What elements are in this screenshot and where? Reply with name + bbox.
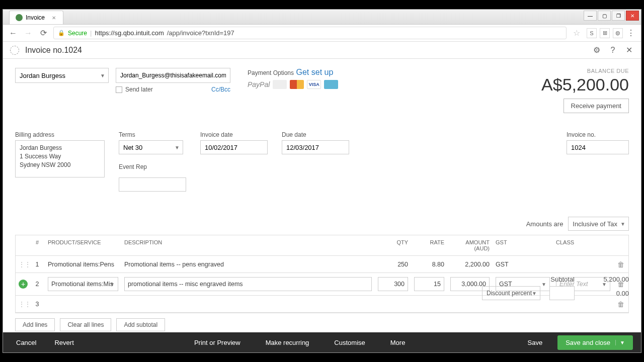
terms-label: Terms bbox=[119, 131, 186, 138]
close-icon[interactable]: ✕ bbox=[624, 45, 634, 55]
ccbcc-link[interactable]: Cc/Bcc bbox=[211, 86, 230, 93]
mastercard-icon bbox=[290, 80, 304, 89]
forward-icon[interactable]: → bbox=[23, 28, 33, 38]
row-prod[interactable]: Promotional items:Pens bbox=[45, 257, 121, 272]
payment-setup-link[interactable]: Get set up bbox=[296, 68, 334, 76]
terms-select[interactable]: Net 30 ▼ bbox=[119, 140, 183, 154]
row-qty[interactable]: 250 bbox=[375, 257, 411, 272]
cancel-button[interactable]: Cancel bbox=[11, 336, 41, 349]
menu-icon[interactable]: ⋮ bbox=[626, 28, 636, 38]
terms-value: Net 30 bbox=[123, 144, 142, 151]
row-qty[interactable] bbox=[375, 300, 411, 308]
tax-value: Inclusive of Tax bbox=[573, 220, 617, 228]
tab-title: Invoice bbox=[26, 14, 45, 21]
tax-inclusive-select[interactable]: Inclusive of Tax ▼ bbox=[568, 217, 629, 231]
row-desc-input[interactable]: promotional items -- misc engraved items bbox=[124, 277, 372, 291]
url-input[interactable]: 🔒 Secure | https://sg.qbo.intuit.com/app… bbox=[53, 27, 567, 39]
tab-close-icon[interactable]: ✕ bbox=[52, 15, 57, 20]
save-close-button[interactable]: Save and close ▼ bbox=[557, 335, 633, 350]
col-desc: DESCRIPTION bbox=[121, 235, 375, 255]
row-amt[interactable]: 2,200.00 bbox=[447, 257, 493, 272]
ext-icon-3[interactable]: ◍ bbox=[613, 28, 623, 38]
row-desc[interactable] bbox=[121, 300, 375, 308]
revert-button[interactable]: Revert bbox=[49, 336, 78, 349]
history-icon[interactable] bbox=[10, 46, 19, 55]
row-qty-input[interactable]: 300 bbox=[378, 277, 408, 291]
row-rate[interactable] bbox=[411, 300, 447, 308]
make-recurring-button[interactable]: Make recurring bbox=[261, 336, 314, 349]
subtotal-value: 5,200.00 bbox=[584, 276, 629, 283]
ext-icon-1[interactable]: S bbox=[587, 28, 597, 38]
url-host: https://sg.qbo.intuit.com bbox=[95, 29, 164, 37]
billing-address-input[interactable]: Jordan Burgess 1 Success Way Sydney NSW … bbox=[15, 140, 105, 177]
window-close-icon[interactable]: ✕ bbox=[626, 11, 639, 21]
page-title: Invoice no.1024 bbox=[25, 46, 82, 55]
window-min-icon[interactable]: — bbox=[584, 11, 597, 21]
row-qty-val: 300 bbox=[394, 281, 405, 288]
col-amt: AMOUNT (AUD) bbox=[447, 235, 493, 255]
drag-handle-icon[interactable]: ⋮⋮ bbox=[16, 297, 30, 312]
save-button[interactable]: Save bbox=[521, 336, 550, 349]
payment-label: Payment Options bbox=[248, 69, 294, 76]
more-button[interactable]: More bbox=[385, 336, 411, 349]
row-class[interactable] bbox=[553, 260, 613, 268]
discount-select[interactable]: Discount percent ▼ bbox=[482, 286, 540, 300]
invoice-date-label: Invoice date bbox=[200, 131, 268, 138]
invoice-no-input[interactable] bbox=[567, 140, 629, 154]
help-icon[interactable]: ? bbox=[608, 45, 618, 55]
url-path: /app/invoice?txnId=197 bbox=[167, 29, 234, 37]
grid-header: # PRODUCT/SERVICE DESCRIPTION QTY RATE A… bbox=[16, 235, 628, 256]
invoice-date-input[interactable] bbox=[200, 140, 268, 154]
print-button[interactable]: Print or Preview bbox=[189, 336, 246, 349]
row-prod[interactable] bbox=[45, 300, 121, 308]
chevron-down-icon[interactable]: ▼ bbox=[615, 340, 625, 345]
window-restore-icon[interactable]: ❐ bbox=[612, 11, 625, 21]
row-prod-val: Promotional items:Mis bbox=[51, 281, 113, 288]
receive-payment-button[interactable]: Receive payment bbox=[564, 99, 629, 113]
window-max-icon[interactable]: ▢ bbox=[598, 11, 611, 21]
customer-select[interactable]: Jordan Burgess ▼ bbox=[15, 68, 109, 83]
browser-tab[interactable]: Invoice ✕ bbox=[9, 11, 63, 24]
event-rep-input[interactable] bbox=[119, 177, 186, 192]
discount-input[interactable] bbox=[549, 286, 575, 300]
favicon bbox=[16, 14, 23, 21]
row-prod-select[interactable]: Promotional items:Mis▼ bbox=[48, 277, 118, 291]
footer-bar: Cancel Revert Print or Preview Make recu… bbox=[3, 332, 641, 352]
table-row[interactable]: ⋮⋮ 1 Promotional items:Pens Promotional … bbox=[16, 256, 628, 273]
star-icon[interactable]: ☆ bbox=[572, 28, 582, 38]
add-subtotal-button[interactable]: Add subtotal bbox=[116, 318, 165, 331]
send-later-checkbox[interactable] bbox=[116, 86, 122, 93]
gear-icon[interactable]: ⚙ bbox=[592, 45, 602, 55]
due-date-input[interactable] bbox=[282, 140, 349, 154]
row-gst[interactable]: GST bbox=[493, 257, 553, 272]
event-rep-label: Event Rep bbox=[119, 163, 186, 170]
row-rate-input[interactable]: 15 bbox=[414, 277, 444, 291]
discount-value: 0.00 bbox=[584, 290, 629, 297]
due-date-label: Due date bbox=[282, 131, 349, 138]
add-row-icon[interactable]: + bbox=[16, 276, 30, 293]
row-rate[interactable]: 8.80 bbox=[411, 257, 447, 272]
email-input[interactable] bbox=[116, 68, 230, 83]
delete-row-icon[interactable]: 🗑 bbox=[613, 256, 628, 273]
chevron-down-icon: ▼ bbox=[175, 145, 180, 150]
back-icon[interactable]: ← bbox=[8, 28, 18, 38]
col-rate: RATE bbox=[411, 235, 447, 255]
row-desc[interactable]: Promotional items -- pens engraved bbox=[121, 257, 375, 272]
content: Jordan Burgess ▼ Send later Cc/Bcc Payme… bbox=[3, 59, 641, 332]
totals: Subtotal 5,200.00 Discount percent ▼ 0.0… bbox=[458, 276, 629, 303]
reload-icon[interactable]: ⟳ bbox=[38, 28, 48, 38]
col-num: # bbox=[30, 235, 45, 255]
row-desc-val: promotional items -- misc engraved items bbox=[128, 281, 243, 288]
add-lines-button[interactable]: Add lines bbox=[15, 318, 55, 331]
col-class: CLASS bbox=[553, 235, 613, 255]
ext-icon-2[interactable]: ⊞ bbox=[600, 28, 610, 38]
customer-name: Jordan Burgess bbox=[20, 72, 65, 79]
secure-label: Secure bbox=[68, 30, 87, 37]
chevron-down-icon: ▼ bbox=[100, 73, 105, 78]
clear-lines-button[interactable]: Clear all lines bbox=[60, 318, 111, 331]
customise-button[interactable]: Customise bbox=[329, 336, 370, 349]
row-num: 3 bbox=[30, 297, 45, 312]
drag-handle-icon[interactable]: ⋮⋮ bbox=[16, 257, 30, 272]
chevron-down-icon: ▼ bbox=[532, 291, 537, 296]
page-header: Invoice no.1024 ⚙ ? ✕ bbox=[3, 42, 641, 59]
